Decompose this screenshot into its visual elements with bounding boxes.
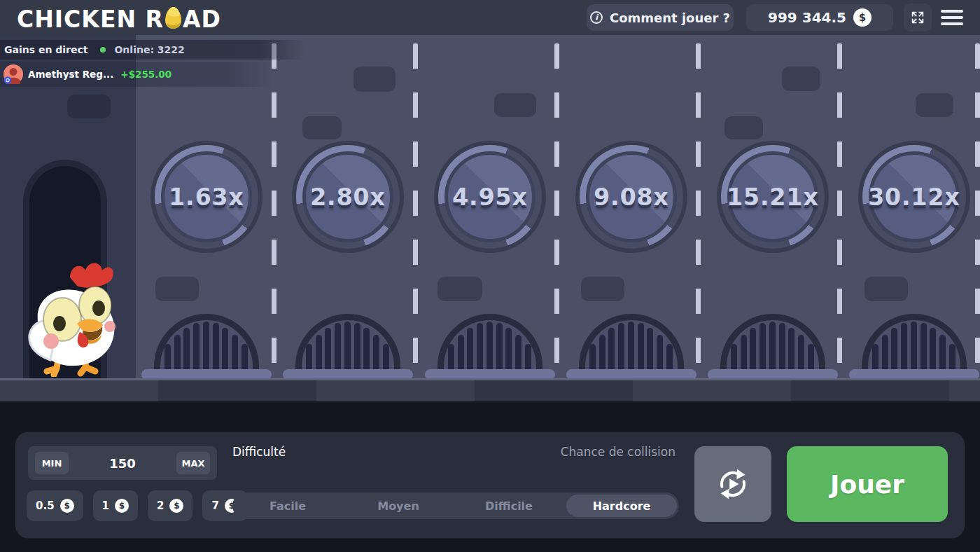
quick-bet-chips: 0.5 $ 1 $ 2 $ 7 $ bbox=[27, 490, 248, 521]
road-patch bbox=[916, 93, 953, 117]
road-patch bbox=[438, 277, 482, 301]
sewer-grate bbox=[566, 314, 696, 380]
live-wins-title: Gains en direct bbox=[4, 44, 88, 55]
online-dot-icon bbox=[100, 47, 106, 53]
balance-value: 999 344.5 bbox=[768, 9, 846, 26]
multiplier-tile: 30.12x bbox=[858, 141, 970, 253]
autoplay-icon bbox=[713, 464, 753, 504]
lane-divider bbox=[413, 43, 418, 378]
multiplier-value: 4.95x bbox=[434, 141, 546, 253]
road-patch bbox=[581, 277, 624, 301]
lane-divider bbox=[696, 43, 701, 378]
top-bar: CHICKEN R AD i Comment jouer ? 999 344.5… bbox=[0, 0, 980, 35]
multiplier-tile: 9.08x bbox=[575, 141, 687, 253]
curb bbox=[0, 378, 980, 401]
multiplier-value: 1.63x bbox=[150, 141, 262, 253]
lane-divider bbox=[837, 43, 842, 378]
multiplier-value: 2.80x bbox=[292, 141, 404, 253]
road-patch bbox=[494, 93, 536, 117]
multiplier-tile: 15.21x bbox=[717, 141, 829, 253]
sewer-grate bbox=[425, 314, 555, 380]
lane-divider bbox=[272, 43, 276, 378]
live-win-entry: Amethyst Reg... +$255.00 bbox=[0, 62, 273, 87]
multiplier-value: 9.08x bbox=[575, 141, 687, 253]
road-patch bbox=[302, 116, 342, 139]
quick-bet-2[interactable]: 2 $ bbox=[148, 490, 192, 521]
play-button[interactable]: Jouer bbox=[787, 446, 948, 522]
difficulty-label: Difficulté bbox=[232, 445, 286, 459]
road-patch bbox=[354, 67, 396, 92]
how-to-play-button[interactable]: i Comment jouer ? bbox=[587, 4, 734, 31]
lane-divider bbox=[554, 43, 559, 378]
game-board: 1.63x 2.80x 4.95x 9.08x 15.21x 30.12x Ga… bbox=[0, 35, 980, 401]
logo-text-right: AD bbox=[183, 6, 221, 33]
live-wins-header: Gains en direct Online: 3222 bbox=[0, 40, 304, 60]
egg-icon bbox=[164, 6, 182, 35]
info-icon: i bbox=[590, 11, 603, 24]
tab-moyen[interactable]: Moyen bbox=[343, 495, 454, 517]
fullscreen-button[interactable] bbox=[904, 4, 932, 32]
tab-hardcore[interactable]: Hardcore bbox=[566, 495, 677, 517]
bet-amount-input[interactable]: 150 bbox=[69, 456, 176, 471]
win-amount: +$255.00 bbox=[120, 69, 172, 80]
bet-min-button[interactable]: MIN bbox=[35, 452, 69, 474]
player-avatar bbox=[4, 64, 23, 84]
expand-icon bbox=[910, 10, 925, 25]
multiplier-tile: 4.95x bbox=[434, 141, 546, 253]
sewer-grate bbox=[283, 314, 413, 380]
play-label: Jouer bbox=[830, 470, 904, 499]
app-logo: CHICKEN R AD bbox=[17, 5, 221, 34]
control-panel: MIN 150 MAX 0.5 $ 1 $ 2 $ 7 $ Difficulté… bbox=[15, 432, 965, 538]
collision-chance-label: Chance de collision bbox=[435, 445, 676, 459]
multiplier-value: 15.21x bbox=[717, 141, 829, 253]
chicken-road-app: 1.63x 2.80x 4.95x 9.08x 15.21x 30.12x Ga… bbox=[0, 0, 980, 552]
bet-max-button[interactable]: MAX bbox=[176, 452, 210, 474]
how-to-play-label: Comment jouer ? bbox=[610, 11, 730, 25]
quick-bet-0.5[interactable]: 0.5 $ bbox=[27, 490, 83, 521]
autoplay-button[interactable] bbox=[694, 446, 771, 522]
currency-coin-icon: $ bbox=[853, 8, 872, 27]
bet-amount-box: MIN 150 MAX bbox=[28, 446, 217, 480]
road-patch bbox=[782, 67, 820, 91]
menu-button[interactable] bbox=[941, 10, 963, 25]
sewer-grate bbox=[141, 314, 272, 380]
chicken-character bbox=[18, 256, 123, 380]
tab-difficile[interactable]: Difficile bbox=[454, 495, 564, 517]
road-patch bbox=[864, 277, 908, 301]
player-name: Amethyst Reg... bbox=[28, 69, 113, 80]
multiplier-tile: 2.80x bbox=[292, 141, 404, 253]
logo-text-left: CHICKEN R bbox=[17, 6, 164, 33]
quick-bet-1[interactable]: 1 $ bbox=[93, 490, 138, 521]
coin-icon: $ bbox=[60, 499, 74, 513]
tab-facile[interactable]: Facile bbox=[232, 495, 343, 517]
balance-display[interactable]: 999 344.5 $ bbox=[746, 4, 893, 31]
multiplier-tile: 1.63x bbox=[150, 141, 262, 253]
coin-icon: $ bbox=[169, 499, 183, 513]
road-patch bbox=[155, 277, 199, 301]
multiplier-value: 30.12x bbox=[858, 141, 970, 253]
online-count: Online: 3222 bbox=[114, 44, 184, 55]
sewer-grate bbox=[708, 314, 838, 380]
coin-icon: $ bbox=[115, 499, 129, 513]
difficulty-tabs: Facile Moyen Difficile Hardcore bbox=[232, 492, 679, 519]
sewer-grate bbox=[849, 314, 979, 380]
hamburger-icon bbox=[941, 10, 963, 13]
road-patch bbox=[724, 116, 763, 139]
road-patch bbox=[67, 95, 111, 118]
